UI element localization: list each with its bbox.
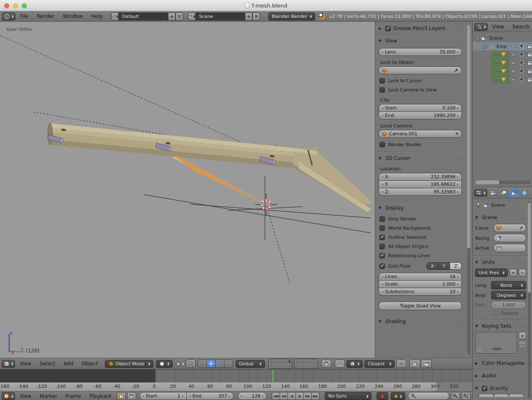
layer-button[interactable] [273,359,278,364]
menu-help[interactable]: Help [87,13,106,19]
layer-button[interactable] [278,359,283,364]
editor-type-info-button[interactable] [2,13,15,20]
scene-active-clip-field[interactable] [494,244,526,252]
panel-grease-pencil-header[interactable]: Grease Pencil Layers [379,24,462,33]
screen-layout-browse-button[interactable] [111,13,119,20]
view3d-menu-view[interactable]: View [16,361,35,367]
scrollbar-thumb[interactable] [528,203,531,293]
only-render-row[interactable]: Only Render [379,216,462,222]
layer-button[interactable] [283,359,287,364]
layer-button[interactable] [299,364,304,368]
viewport-3d[interactable]: User Ortho z y x (126) [0,22,375,358]
frame-end-field[interactable]: End:357 [186,392,234,400]
properties-scrollbar[interactable] [528,202,531,398]
panel-3d-cursor-header[interactable]: 3D Cursor [379,154,462,162]
jump-to-start-button[interactable]: |◀◀ [272,392,280,400]
opengl-render-anim-button[interactable] [421,359,432,368]
outline-selected-row[interactable]: Outline Selected [379,235,462,240]
pivot-point-select[interactable] [175,361,184,367]
gravity-fields-clipped[interactable] [479,394,526,397]
panel-units-header[interactable]: Units [475,258,526,266]
selectable-icon[interactable] [519,51,525,58]
grid-scale-field[interactable]: Scale:1.000 [379,280,462,288]
renderable-icon[interactable] [527,76,532,83]
visibility-icon[interactable] [510,51,517,58]
panel-drag-dots[interactable] [455,206,462,210]
lock-camera-row[interactable]: Lock Camera to View [379,87,462,93]
viewport-shading-select[interactable] [156,360,173,368]
layer-button[interactable] [308,364,313,368]
menu-file[interactable]: File [16,13,32,19]
outliner-row-mesh[interactable] [473,67,532,76]
layer-button[interactable] [313,359,318,364]
manipulator-axis-icon[interactable] [198,359,207,368]
layer-button[interactable] [299,359,304,364]
outliner-row-mesh[interactable] [473,59,532,67]
panel-drag-dots[interactable] [455,156,462,161]
world-background-row[interactable]: World Background [379,225,462,231]
panel-keying-sets-header[interactable]: Keying Sets [475,322,526,330]
opengl-render-button[interactable] [410,359,420,368]
timeline-menu-playback[interactable]: Playback [86,393,116,399]
editor-type-timeline-button[interactable] [2,392,15,400]
outliner-menu-view[interactable]: View [489,24,508,30]
panel-drag-dots[interactable] [455,39,462,43]
tab-texture[interactable] [530,189,532,197]
sync-mode-select[interactable]: No Sync [325,392,372,400]
lock-to-scene-button[interactable] [321,359,331,368]
grid-subdivisions-field[interactable]: Subdivisions:10 [379,288,462,296]
angle-select[interactable]: Degrees [491,291,526,299]
clear-camera-icon[interactable]: ✕ [455,131,459,137]
selectable-icon[interactable] [519,76,525,83]
visibility-icon[interactable] [510,68,517,75]
view3d-menu-select[interactable]: Select [36,361,59,367]
visibility-icon[interactable] [510,76,517,83]
panel-drag-dots[interactable] [455,319,462,324]
view3d-menu-object[interactable]: Object [78,361,102,367]
delete-scene-button[interactable] [252,13,260,20]
selectable-icon[interactable] [519,68,525,75]
only-render-checkbox[interactable] [379,216,385,222]
active-keying-set-field[interactable] [408,392,449,400]
layer-button[interactable] [278,364,283,368]
add-unit-preset-button[interactable]: + [509,269,517,276]
insert-keyframe-button[interactable] [451,392,460,400]
snap-peel-button[interactable] [396,359,406,368]
tab-scene[interactable] [509,189,519,197]
outliner-row-mesh[interactable] [473,76,532,84]
selectable-icon[interactable] [519,60,525,66]
clip-end-field[interactable]: End:1990.200 [379,111,462,119]
editor-type-3dview-button[interactable] [2,360,15,368]
grid-lines-field[interactable]: Lines:16 [379,273,462,281]
layer-button[interactable] [304,364,308,368]
transform-orientation-select[interactable]: Global [236,360,265,368]
jump-to-end-button[interactable]: ▶▶| [311,392,320,400]
remove-unit-preset-button[interactable]: − [519,269,526,276]
layer-button[interactable] [304,359,308,364]
mode-select[interactable]: Object Mode [105,360,153,368]
collapse-toggle[interactable] [483,44,487,49]
editor-type-properties-button[interactable] [474,189,487,197]
outliner-row-mesh[interactable] [473,51,532,59]
relationship-lines-row[interactable]: Relationship Lines [379,253,462,258]
cursor-y-field[interactable]: Y:195.68622 [379,180,462,188]
grid-axis-x-button[interactable]: X [426,262,438,270]
scrollbar-thumb[interactable] [467,25,470,248]
list-resize-handle[interactable] [493,348,501,350]
editor-type-outliner-button[interactable] [474,23,488,31]
play-button[interactable]: ▶ [295,392,304,400]
lock-camera-checkbox[interactable] [379,87,385,93]
layers-group-1[interactable] [268,359,292,369]
snap-toggle-button[interactable] [335,359,345,368]
remove-keying-set-button[interactable]: − [519,341,526,348]
layer-button[interactable] [287,364,292,368]
lock-time-button[interactable] [127,392,136,400]
manipulator-scale-button[interactable] [224,359,233,368]
menu-window[interactable]: Window [59,13,86,19]
current-frame-field[interactable]: 126 [238,392,267,400]
grid-floor-row[interactable]: Grid Floor X Y Z [379,262,462,270]
layer-button-active[interactable] [287,359,292,364]
unit-preset-select[interactable]: Unit Pres [475,268,508,277]
tab-render-layers[interactable] [499,189,508,197]
screen-layout-field[interactable]: Default [119,13,168,20]
